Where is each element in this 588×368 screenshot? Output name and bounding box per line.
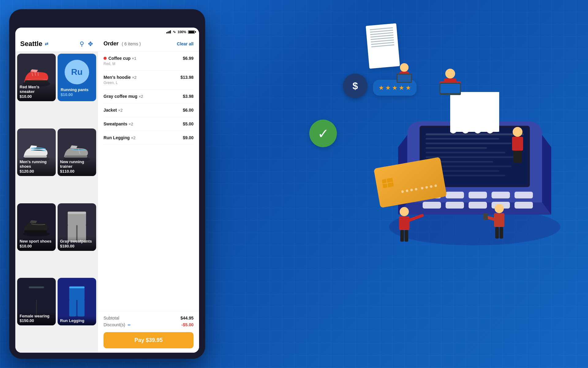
order-item-qty-legging: ×2	[131, 136, 136, 140]
legging-svg	[68, 285, 86, 319]
svg-rect-22	[69, 286, 85, 288]
product-name-running-pants: Running pants	[61, 87, 93, 92]
order-item-left-sweatpants: Sweatpants ×2	[104, 121, 183, 126]
order-item-name-sweatpants: Sweatpants ×2	[104, 121, 183, 126]
product-name-trainer: New running trainer	[60, 159, 94, 169]
product-card-legging[interactable]: Run Legging	[58, 278, 96, 325]
svg-rect-82	[440, 84, 460, 93]
product-price-red-sneaker: $10.00	[20, 94, 53, 99]
discount-dot-coffee-cup	[104, 57, 107, 60]
product-info-sport-shoes: New sport shoes $10.00	[17, 236, 56, 251]
svg-rect-97	[483, 213, 488, 220]
order-item-price-legging: $9.00	[183, 135, 194, 140]
product-name-sweatpants: Gray sweatpants	[60, 239, 94, 244]
product-name-red-sneaker: Red Men's sneaker	[20, 85, 53, 94]
svg-point-77	[445, 69, 455, 79]
screen-content: Seattle ⇄ ⚲ ✥	[15, 36, 199, 353]
svg-rect-18	[69, 286, 85, 300]
svg-rect-42	[446, 202, 464, 209]
order-item-variant-hoodie: Green, L	[104, 81, 180, 85]
order-item-price-mug: $3.98	[183, 94, 194, 99]
svg-rect-12	[68, 212, 86, 214]
svg-rect-86	[518, 151, 522, 163]
order-header: Order ( 6 items ) Clear all	[98, 36, 199, 52]
product-info-sweatpants: Gray sweatpants $180.00	[58, 236, 96, 251]
order-item-variant-coffee-cup: Red, M	[104, 62, 183, 66]
product-card-red-sneaker[interactable]: Red Men's sneaker $10.00	[17, 54, 56, 101]
battery-fill	[189, 31, 194, 33]
product-info-female: Female wearing $150.00	[17, 311, 56, 326]
discount-edit-icon[interactable]: ✏	[128, 323, 131, 327]
discount-row: Discount(s) ✏ -$5.00	[104, 322, 194, 327]
product-name-legging: Run Legging	[60, 318, 94, 323]
tablet-device: ∿ 100% Seattle ⇄ ⚲ ✥	[9, 9, 205, 359]
order-item-name-legging: Run Legging ×2	[104, 135, 183, 140]
svg-rect-90	[405, 230, 408, 242]
product-price-sport-shoes: $10.00	[20, 244, 53, 248]
subtotal-value: $44.95	[180, 316, 194, 320]
svg-rect-84	[512, 137, 523, 151]
svg-rect-31	[426, 156, 518, 158]
svg-rect-7	[24, 230, 47, 232]
product-info-red-sneaker: Red Men's sneaker $10.00	[17, 82, 56, 101]
order-item-price-hoodie: $13.98	[180, 75, 194, 80]
product-card-trainer[interactable]: New running trainer $110.00	[58, 128, 96, 176]
svg-point-61	[400, 63, 409, 72]
svg-point-87	[400, 207, 409, 216]
product-card-running-shoes[interactable]: Men's running shoes $120.00	[17, 128, 56, 176]
sneaker-black-svg	[21, 217, 52, 237]
svg-rect-45	[514, 202, 533, 209]
product-card-running-pants[interactable]: Ru Running pants $10.00	[58, 54, 96, 101]
ru-avatar: Ru	[65, 60, 89, 84]
order-item-price-jacket: $6.00	[183, 108, 194, 113]
order-item-jacket: Jacket ×2 $6.00	[104, 103, 194, 117]
person-laptop	[439, 69, 461, 95]
wifi-icon: ∿	[173, 30, 176, 34]
signal-bars	[166, 30, 171, 33]
signal-bar-1	[166, 32, 167, 33]
product-info-legging: Run Legging	[58, 316, 96, 326]
product-card-sport-shoes[interactable]: New sport shoes $10.00	[17, 203, 56, 251]
order-item-mug: Gray coffee mug ×2 $3.98	[104, 90, 194, 103]
product-info-running-pants: Running pants $10.00	[58, 84, 96, 100]
order-item-name-mug: Gray coffee mug ×2	[104, 94, 183, 99]
expand-icon[interactable]: ✥	[88, 40, 93, 48]
header-icons: ⚲ ✥	[80, 40, 93, 48]
product-card-female[interactable]: Female wearing $150.00	[17, 278, 56, 325]
svg-rect-17	[29, 286, 44, 288]
order-items-list: Coffee cup ×1 Red, M $6.99 Men's hoodie	[98, 52, 199, 311]
product-panel: Seattle ⇄ ⚲ ✥	[15, 36, 98, 353]
discount-value: -$5.00	[181, 322, 194, 327]
svg-rect-29	[426, 147, 487, 149]
order-item-coffee-cup: Coffee cup ×1 Red, M $6.99	[104, 52, 194, 71]
illustration-area: $ ★ ★ ★ ★ ★ ✓	[199, 0, 588, 368]
svg-rect-38	[469, 192, 487, 198]
svg-rect-43	[469, 202, 487, 209]
order-item-qty-mug: ×2	[138, 94, 143, 99]
order-item-name-hoodie: Men's hoodie ×2	[104, 75, 180, 80]
order-item-sweatpants: Sweatpants ×2 $5.00	[104, 117, 194, 131]
order-item-left-coffee-cup: Coffee cup ×1 Red, M	[104, 56, 183, 66]
svg-rect-13	[29, 286, 44, 300]
svg-rect-41	[423, 202, 441, 209]
location-label: Seattle ⇄	[20, 40, 48, 48]
order-item-qty-sweatpants: ×2	[129, 122, 133, 126]
battery-icon	[188, 30, 195, 34]
clear-all-button[interactable]: Clear all	[177, 41, 194, 46]
svg-rect-37	[446, 192, 464, 198]
svg-rect-30	[426, 152, 505, 153]
order-item-qty-coffee-cup: ×1	[132, 56, 136, 61]
order-item-left-jacket: Jacket ×2	[104, 108, 183, 113]
battery-percent: 100%	[178, 30, 186, 34]
swap-icon[interactable]: ⇄	[45, 41, 48, 46]
order-item-left-mug: Gray coffee mug ×2	[104, 94, 183, 99]
svg-rect-19	[69, 300, 76, 316]
search-icon[interactable]: ⚲	[80, 40, 84, 48]
order-item-left-legging: Run Legging ×2	[104, 135, 183, 140]
order-panel: Order ( 6 items ) Clear all Coffee cup ×…	[98, 36, 199, 353]
product-price-sweatpants: $180.00	[60, 244, 94, 248]
person-sitting	[512, 127, 523, 163]
order-item-name-jacket: Jacket ×2	[104, 108, 183, 113]
product-card-sweatpants[interactable]: Gray sweatpants $180.00	[58, 203, 96, 251]
pay-button[interactable]: Pay $39.95	[104, 332, 194, 348]
